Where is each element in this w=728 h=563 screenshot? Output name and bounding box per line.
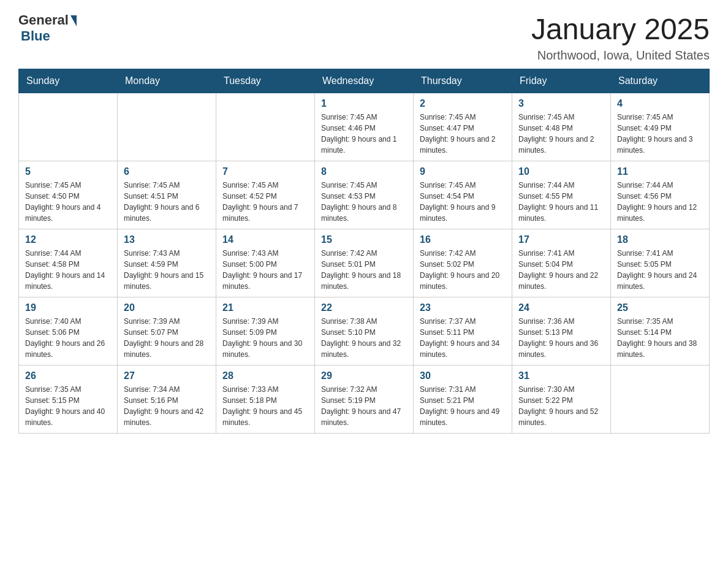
calendar-cell: 22Sunrise: 7:38 AMSunset: 5:10 PMDayligh… <box>315 297 414 366</box>
day-info: Sunrise: 7:36 AMSunset: 5:13 PMDaylight:… <box>518 316 604 360</box>
day-info: Sunrise: 7:43 AMSunset: 4:59 PMDaylight:… <box>124 248 210 292</box>
calendar-cell: 12Sunrise: 7:44 AMSunset: 4:58 PMDayligh… <box>19 229 118 297</box>
day-info: Sunrise: 7:45 AMSunset: 4:49 PMDaylight:… <box>617 112 703 156</box>
calendar-cell: 21Sunrise: 7:39 AMSunset: 5:09 PMDayligh… <box>216 297 315 366</box>
day-number: 17 <box>518 234 604 245</box>
calendar-week-3: 12Sunrise: 7:44 AMSunset: 4:58 PMDayligh… <box>19 229 710 297</box>
day-info: Sunrise: 7:45 AMSunset: 4:51 PMDaylight:… <box>124 180 210 224</box>
calendar-week-4: 19Sunrise: 7:40 AMSunset: 5:06 PMDayligh… <box>19 297 710 366</box>
day-number: 5 <box>25 166 111 177</box>
calendar-cell: 2Sunrise: 7:45 AMSunset: 4:47 PMDaylight… <box>414 93 512 161</box>
logo-blue-text: Blue <box>21 28 50 44</box>
day-info: Sunrise: 7:45 AMSunset: 4:54 PMDaylight:… <box>420 180 506 224</box>
calendar-cell: 16Sunrise: 7:42 AMSunset: 5:02 PMDayligh… <box>414 229 512 297</box>
day-info: Sunrise: 7:42 AMSunset: 5:01 PMDaylight:… <box>321 248 407 292</box>
day-info: Sunrise: 7:37 AMSunset: 5:11 PMDaylight:… <box>420 316 506 360</box>
calendar-cell: 19Sunrise: 7:40 AMSunset: 5:06 PMDayligh… <box>19 297 118 366</box>
month-title: January 2025 <box>531 12 710 46</box>
day-info: Sunrise: 7:39 AMSunset: 5:09 PMDaylight:… <box>222 316 308 360</box>
calendar-cell: 4Sunrise: 7:45 AMSunset: 4:49 PMDaylight… <box>611 93 710 161</box>
day-number: 10 <box>518 166 604 177</box>
day-number: 6 <box>124 166 210 177</box>
calendar-cell: 7Sunrise: 7:45 AMSunset: 4:52 PMDaylight… <box>216 161 315 229</box>
day-info: Sunrise: 7:44 AMSunset: 4:56 PMDaylight:… <box>617 180 703 224</box>
day-info: Sunrise: 7:41 AMSunset: 5:04 PMDaylight:… <box>518 248 604 292</box>
day-number: 31 <box>518 370 604 381</box>
column-header-wednesday: Wednesday <box>315 69 414 93</box>
column-header-tuesday: Tuesday <box>216 69 315 93</box>
day-info: Sunrise: 7:40 AMSunset: 5:06 PMDaylight:… <box>25 316 111 360</box>
day-info: Sunrise: 7:45 AMSunset: 4:48 PMDaylight:… <box>518 112 604 156</box>
title-block: January 2025 Northwood, Iowa, United Sta… <box>531 12 710 63</box>
calendar-cell: 3Sunrise: 7:45 AMSunset: 4:48 PMDaylight… <box>512 93 611 161</box>
day-info: Sunrise: 7:35 AMSunset: 5:14 PMDaylight:… <box>617 316 703 360</box>
calendar-cell: 9Sunrise: 7:45 AMSunset: 4:54 PMDaylight… <box>414 161 512 229</box>
calendar-cell: 26Sunrise: 7:35 AMSunset: 5:15 PMDayligh… <box>19 366 118 434</box>
day-number: 26 <box>25 370 111 381</box>
day-number: 7 <box>222 166 308 177</box>
column-header-friday: Friday <box>512 69 611 93</box>
calendar-week-5: 26Sunrise: 7:35 AMSunset: 5:15 PMDayligh… <box>19 366 710 434</box>
day-number: 2 <box>420 98 506 109</box>
day-number: 29 <box>321 370 407 381</box>
day-number: 22 <box>321 302 407 313</box>
calendar-cell: 23Sunrise: 7:37 AMSunset: 5:11 PMDayligh… <box>414 297 512 366</box>
day-number: 1 <box>321 98 407 109</box>
calendar-week-1: 1Sunrise: 7:45 AMSunset: 4:46 PMDaylight… <box>19 93 710 161</box>
location-title: Northwood, Iowa, United States <box>531 48 710 63</box>
day-number: 25 <box>617 302 703 313</box>
calendar-cell: 6Sunrise: 7:45 AMSunset: 4:51 PMDaylight… <box>118 161 216 229</box>
calendar-cell: 10Sunrise: 7:44 AMSunset: 4:55 PMDayligh… <box>512 161 611 229</box>
calendar-cell: 29Sunrise: 7:32 AMSunset: 5:19 PMDayligh… <box>315 366 414 434</box>
day-info: Sunrise: 7:35 AMSunset: 5:15 PMDaylight:… <box>25 384 111 428</box>
day-info: Sunrise: 7:42 AMSunset: 5:02 PMDaylight:… <box>420 248 506 292</box>
day-number: 30 <box>420 370 506 381</box>
calendar-table: SundayMondayTuesdayWednesdayThursdayFrid… <box>18 69 710 434</box>
calendar-header-row: SundayMondayTuesdayWednesdayThursdayFrid… <box>19 69 710 93</box>
day-number: 3 <box>518 98 604 109</box>
calendar-cell: 24Sunrise: 7:36 AMSunset: 5:13 PMDayligh… <box>512 297 611 366</box>
calendar-cell: 13Sunrise: 7:43 AMSunset: 4:59 PMDayligh… <box>118 229 216 297</box>
calendar-cell <box>19 93 118 161</box>
day-number: 28 <box>222 370 308 381</box>
day-info: Sunrise: 7:43 AMSunset: 5:00 PMDaylight:… <box>222 248 308 292</box>
calendar-cell: 18Sunrise: 7:41 AMSunset: 5:05 PMDayligh… <box>611 229 710 297</box>
day-info: Sunrise: 7:45 AMSunset: 4:47 PMDaylight:… <box>420 112 506 156</box>
column-header-sunday: Sunday <box>19 69 118 93</box>
calendar-cell: 8Sunrise: 7:45 AMSunset: 4:53 PMDaylight… <box>315 161 414 229</box>
calendar-cell: 31Sunrise: 7:30 AMSunset: 5:22 PMDayligh… <box>512 366 611 434</box>
calendar-cell <box>118 93 216 161</box>
day-info: Sunrise: 7:38 AMSunset: 5:10 PMDaylight:… <box>321 316 407 360</box>
calendar-cell: 17Sunrise: 7:41 AMSunset: 5:04 PMDayligh… <box>512 229 611 297</box>
day-number: 21 <box>222 302 308 313</box>
calendar-week-2: 5Sunrise: 7:45 AMSunset: 4:50 PMDaylight… <box>19 161 710 229</box>
day-number: 19 <box>25 302 111 313</box>
day-info: Sunrise: 7:31 AMSunset: 5:21 PMDaylight:… <box>420 384 506 428</box>
day-info: Sunrise: 7:44 AMSunset: 4:58 PMDaylight:… <box>25 248 111 292</box>
logo: General Blue <box>18 12 77 44</box>
day-number: 27 <box>124 370 210 381</box>
day-number: 24 <box>518 302 604 313</box>
day-info: Sunrise: 7:32 AMSunset: 5:19 PMDaylight:… <box>321 384 407 428</box>
day-number: 23 <box>420 302 506 313</box>
day-info: Sunrise: 7:41 AMSunset: 5:05 PMDaylight:… <box>617 248 703 292</box>
day-info: Sunrise: 7:45 AMSunset: 4:50 PMDaylight:… <box>25 180 111 224</box>
calendar-cell: 5Sunrise: 7:45 AMSunset: 4:50 PMDaylight… <box>19 161 118 229</box>
calendar-cell <box>611 366 710 434</box>
day-number: 4 <box>617 98 703 109</box>
logo-arrow-icon <box>70 15 77 26</box>
day-number: 15 <box>321 234 407 245</box>
day-info: Sunrise: 7:30 AMSunset: 5:22 PMDaylight:… <box>518 384 604 428</box>
column-header-saturday: Saturday <box>611 69 710 93</box>
calendar-cell: 20Sunrise: 7:39 AMSunset: 5:07 PMDayligh… <box>118 297 216 366</box>
day-number: 13 <box>124 234 210 245</box>
day-number: 16 <box>420 234 506 245</box>
calendar-cell: 25Sunrise: 7:35 AMSunset: 5:14 PMDayligh… <box>611 297 710 366</box>
column-header-monday: Monday <box>118 69 216 93</box>
column-header-thursday: Thursday <box>414 69 512 93</box>
day-number: 12 <box>25 234 111 245</box>
page-header: General Blue January 2025 Northwood, Iow… <box>18 12 710 63</box>
day-info: Sunrise: 7:45 AMSunset: 4:53 PMDaylight:… <box>321 180 407 224</box>
calendar-cell: 30Sunrise: 7:31 AMSunset: 5:21 PMDayligh… <box>414 366 512 434</box>
calendar-cell <box>216 93 315 161</box>
